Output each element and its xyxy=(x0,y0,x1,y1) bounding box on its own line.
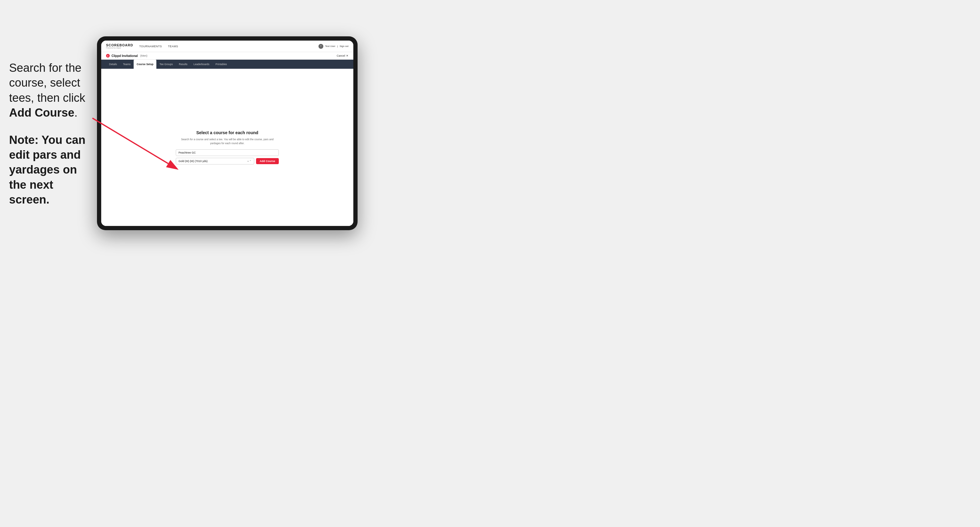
tee-select-controls: × ⌃ xyxy=(247,160,251,163)
nav-right: T Test User | Sign out xyxy=(318,44,348,49)
tournament-name: Clippd Invitational xyxy=(111,54,138,57)
annotation-bold: Add Course xyxy=(9,106,74,119)
tournament-subtitle: (Men) xyxy=(140,54,148,57)
course-setup-panel: Select a course for each round Search fo… xyxy=(176,130,279,165)
cancel-icon: ✕ xyxy=(346,54,348,57)
tee-select[interactable]: Gold (M) (M) (7010 yds) × ⌃ xyxy=(176,158,254,165)
left-annotation: Search for the course, select tees, then… xyxy=(9,60,94,208)
tournament-icon: C xyxy=(106,54,110,57)
tournament-header: C Clippd Invitational (Men) Cancel ✕ xyxy=(101,52,353,60)
tablet-screen: SCOREBOARD Powered by clippd TOURNAMENTS… xyxy=(101,41,353,226)
user-name: Test User xyxy=(325,45,336,48)
cancel-button[interactable]: Cancel ✕ xyxy=(337,54,348,57)
tab-details[interactable]: Details xyxy=(106,60,120,69)
tablet-frame: SCOREBOARD Powered by clippd TOURNAMENTS… xyxy=(97,37,358,230)
user-avatar: T xyxy=(318,44,323,49)
course-search-input[interactable] xyxy=(176,149,279,156)
logo-scoreboard: SCOREBOARD xyxy=(106,44,133,47)
panel-title: Select a course for each round xyxy=(176,130,279,135)
add-course-button[interactable]: Add Course xyxy=(256,158,279,164)
tab-results[interactable]: Results xyxy=(176,60,190,69)
nav-separator: | xyxy=(337,45,338,48)
top-nav: SCOREBOARD Powered by clippd TOURNAMENTS… xyxy=(101,41,353,52)
tee-value: Gold (M) (M) (7010 yds) xyxy=(178,160,208,163)
tab-teams[interactable]: Teams xyxy=(120,60,134,69)
nav-tournaments[interactable]: TOURNAMENTS xyxy=(139,45,162,48)
tab-bar: Details Teams Course Setup Tee Groups Re… xyxy=(101,60,353,69)
nav-left: SCOREBOARD Powered by clippd TOURNAMENTS… xyxy=(106,44,178,49)
logo-sub: Powered by clippd xyxy=(106,47,133,49)
tournament-title: C Clippd Invitational (Men) xyxy=(106,54,147,57)
sign-out-link[interactable]: Sign out xyxy=(340,45,348,48)
clear-tee-icon[interactable]: × xyxy=(247,160,249,163)
annotation-note: Note: You can edit pars and yardages on … xyxy=(9,133,94,208)
tee-select-row: Gold (M) (M) (7010 yds) × ⌃ Add Course xyxy=(176,158,279,165)
main-content: Select a course for each round Search fo… xyxy=(101,69,353,226)
tab-printables[interactable]: Printables xyxy=(212,60,230,69)
tab-course-setup[interactable]: Course Setup xyxy=(134,60,156,69)
logo-area: SCOREBOARD Powered by clippd xyxy=(106,44,133,49)
tab-leaderboards[interactable]: Leaderboards xyxy=(191,60,212,69)
panel-description: Search for a course and select a tee. Yo… xyxy=(176,138,279,145)
expand-tee-icon[interactable]: ⌃ xyxy=(250,160,251,163)
tab-tee-groups[interactable]: Tee Groups xyxy=(156,60,176,69)
nav-teams[interactable]: TEAMS xyxy=(168,45,178,48)
annotation-main-text: Search for the course, select tees, then… xyxy=(9,60,94,121)
